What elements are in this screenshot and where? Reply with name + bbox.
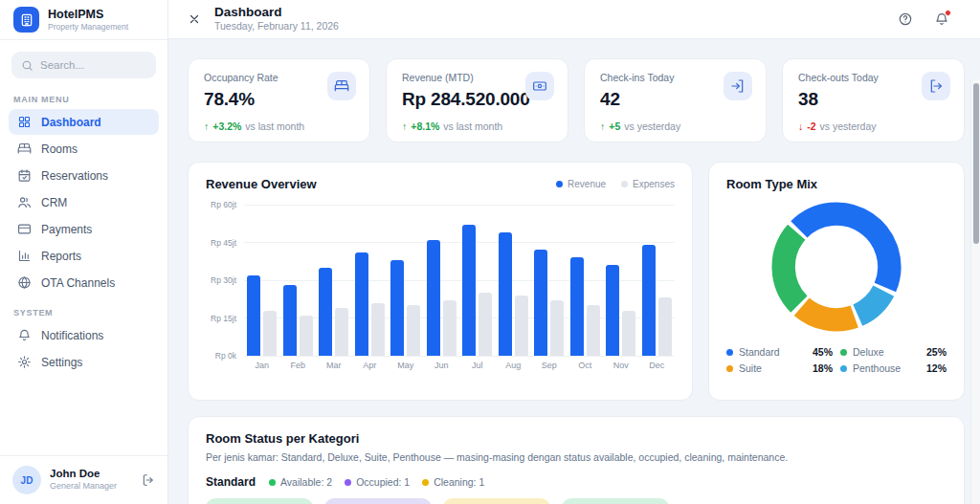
room-type-mix-card: Room Type Mix Standard45%Deluxe25%Suite1… xyxy=(708,162,965,401)
chart-y-axis: Rp 60jtRp 45jtRp 30jtRp 15jtRp 0k xyxy=(206,205,244,356)
revenue-bar xyxy=(283,285,297,356)
room-tile-101[interactable]: 101 xyxy=(206,498,313,504)
sidebar-item-reports[interactable]: Reports xyxy=(9,243,159,269)
sidebar-search[interactable] xyxy=(11,52,156,78)
bar-group-mar xyxy=(319,205,348,356)
users-icon xyxy=(17,195,32,209)
app-tagline: Property Management xyxy=(48,22,128,32)
dashboard-content: Occupancy Rate78.4%↑+3.2%vs last monthRe… xyxy=(168,39,980,504)
revenue-bar xyxy=(319,268,332,356)
stat-delta: ↑+3.2%vs last month xyxy=(204,121,354,132)
sidebar-item-rooms[interactable]: Rooms xyxy=(9,136,159,162)
stat-delta: ↑+5vs yesterday xyxy=(600,121,750,132)
stat-card-occupancy-rate: Occupancy Rate78.4%↑+3.2%vs last month xyxy=(188,58,370,142)
stat-card-check-ins-today: Check-ins Today42↑+5vs yesterday xyxy=(584,58,767,142)
user-profile[interactable]: JD John Doe General Manager xyxy=(0,455,167,504)
expenses-bar xyxy=(622,311,635,356)
logout-icon xyxy=(922,72,950,100)
x-tick-label: Oct xyxy=(570,361,600,370)
expenses-bar xyxy=(335,308,348,356)
room-tile-102[interactable]: 102 xyxy=(324,498,432,504)
bar-group-sep xyxy=(534,205,564,356)
expenses-bar xyxy=(587,305,600,356)
scrollbar-track[interactable] xyxy=(970,79,980,504)
expenses-bar xyxy=(658,297,672,356)
app-name: HotelPMS xyxy=(48,8,128,21)
expenses-bar xyxy=(443,300,457,356)
main-area: Dashboard Tuesday, February 11, 2026 Occ… xyxy=(168,0,980,504)
room-tile-103[interactable]: 103 xyxy=(443,498,550,504)
room-tile-104[interactable]: 104 xyxy=(562,498,669,504)
login-icon xyxy=(724,72,752,100)
bed-icon xyxy=(327,72,356,100)
bar-group-jun xyxy=(427,205,457,356)
bar-group-jan xyxy=(247,205,277,356)
stat-card-check-outs-today: Check-outs Today38↓-2vs yesterday xyxy=(782,58,965,142)
room-tiles-row: 101102103104 xyxy=(206,498,947,504)
donut-legend: Standard45%Deluxe25%Suite18%Penthouse12% xyxy=(726,346,947,374)
revenue-chart-legend: RevenueExpenses xyxy=(556,179,675,189)
room-status-description: Per jenis kamar: Standard, Deluxe, Suite… xyxy=(206,451,947,463)
trend-up-icon: ↑ xyxy=(402,121,407,132)
donut-segment-penthouse xyxy=(858,291,883,315)
revenue-bar xyxy=(390,260,404,356)
x-tick-label: Dec xyxy=(642,361,672,370)
bar-group-jul xyxy=(462,205,492,356)
x-tick-label: Nov xyxy=(606,361,635,370)
stat-card-revenue-mtd-: Revenue (MTD)Rp 284.520.000↑+8.1%vs last… xyxy=(386,58,568,142)
room-category-name: Standard xyxy=(206,475,256,489)
revenue-chart-title: Revenue Overview xyxy=(206,177,317,191)
chart-x-axis: JanFebMarAprMayJunJulAugSepOctNovDec xyxy=(244,361,675,370)
x-tick-label: Mar xyxy=(319,361,348,370)
y-tick-label: Rp 45jt xyxy=(211,238,236,248)
nav-item-label: CRM xyxy=(41,196,67,209)
logout-button[interactable] xyxy=(142,473,155,487)
nav-item-label: Dashboard xyxy=(41,116,101,129)
nav-item-label: Settings xyxy=(41,356,82,369)
donut-segment-standard xyxy=(799,214,889,288)
sidebar-item-ota-channels[interactable]: OTA Channels xyxy=(9,270,159,296)
stat-delta: ↑+8.1%vs last month xyxy=(402,121,552,132)
x-tick-label: Apr xyxy=(355,361,385,370)
nav-item-label: Reports xyxy=(41,250,81,263)
expenses-bar xyxy=(371,303,385,356)
revenue-bar xyxy=(570,257,584,356)
sidebar-toggle-button[interactable] xyxy=(188,12,201,26)
status-summary-item: Cleaning: 1 xyxy=(422,476,484,488)
stats-row: Occupancy Rate78.4%↑+3.2%vs last monthRe… xyxy=(188,58,965,142)
sidebar-item-crm[interactable]: CRM xyxy=(9,189,159,215)
sidebar-item-dashboard[interactable]: Dashboard xyxy=(9,109,159,135)
sidebar-item-reservations[interactable]: Reservations xyxy=(9,163,159,188)
expenses-bar xyxy=(407,305,420,356)
credit-card-icon xyxy=(17,222,32,236)
chart-plot-area xyxy=(244,205,675,356)
legend-item: Revenue xyxy=(556,179,606,189)
search-input[interactable] xyxy=(40,59,136,71)
bed-icon xyxy=(17,142,32,156)
revenue-bar xyxy=(534,250,547,356)
page-date: Tuesday, February 11, 2026 xyxy=(214,20,339,33)
app-window: HotelPMS Property Management MAIN MENUDa… xyxy=(0,0,980,504)
sidebar-item-notifications[interactable]: Notifications xyxy=(9,322,159,348)
sidebar: HotelPMS Property Management MAIN MENUDa… xyxy=(0,0,168,504)
scrollbar-thumb[interactable] xyxy=(973,83,979,244)
x-tick-label: Aug xyxy=(499,361,528,370)
notifications-button[interactable] xyxy=(934,11,949,27)
help-button[interactable] xyxy=(898,11,913,27)
app-logo: HotelPMS Property Management xyxy=(0,0,167,40)
avatar: JD xyxy=(12,466,41,494)
x-tick-label: Feb xyxy=(283,361,313,370)
expenses-bar xyxy=(550,300,564,356)
sidebar-item-settings[interactable]: Settings xyxy=(9,349,159,375)
revenue-overview-card: Revenue Overview RevenueExpenses Rp 60jt… xyxy=(188,162,693,401)
nav-item-label: OTA Channels xyxy=(41,276,115,290)
nav-section-label: SYSTEM xyxy=(13,308,154,318)
hotel-building-icon xyxy=(13,7,39,33)
donut-chart-title: Room Type Mix xyxy=(726,177,947,191)
user-name: John Doe xyxy=(50,468,117,481)
room-status-title: Room Status per Kategori xyxy=(206,431,947,446)
sidebar-item-payments[interactable]: Payments xyxy=(9,216,159,242)
bar-chart-icon xyxy=(17,249,32,263)
bar-group-may xyxy=(390,205,420,356)
status-summary-item: Occupied: 1 xyxy=(345,476,410,488)
